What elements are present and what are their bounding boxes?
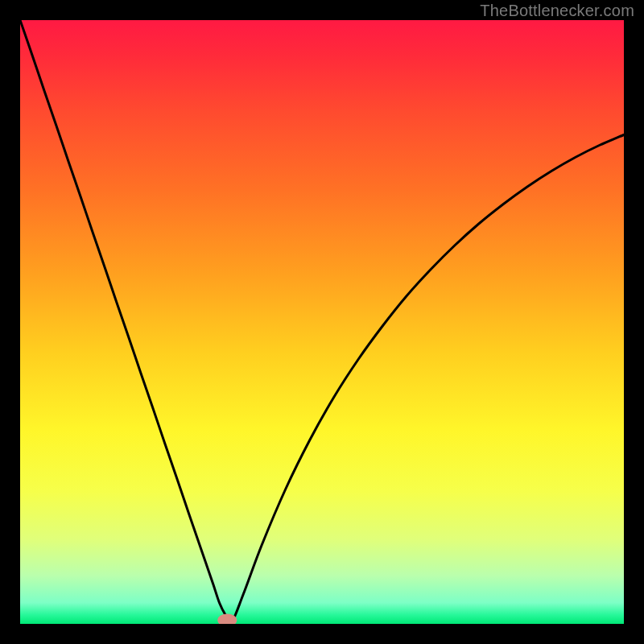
chart-svg	[20, 20, 624, 624]
plot-area	[20, 20, 624, 624]
gradient-background	[20, 20, 624, 624]
attribution-text: TheBottlenecker.com	[480, 2, 634, 20]
chart-frame: TheBottlenecker.com	[0, 0, 644, 644]
